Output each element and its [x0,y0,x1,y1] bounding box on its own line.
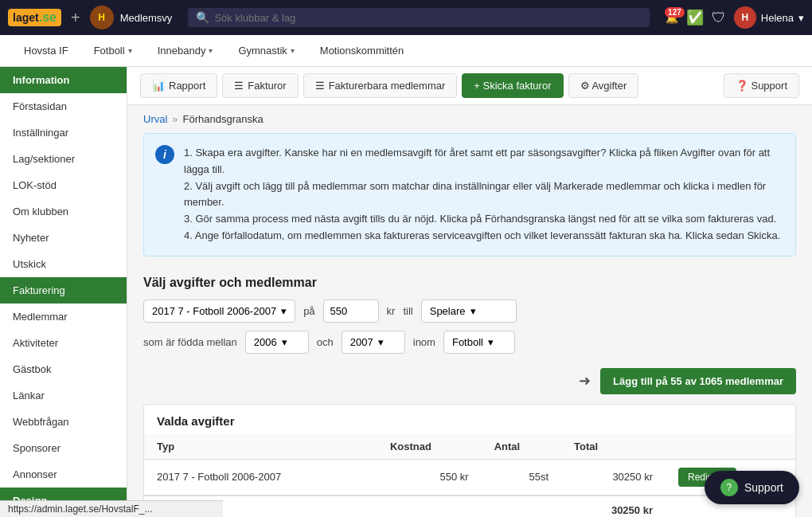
main-content: 📊 Rapport ☰ Fakturor ☰ Fakturerbara medl… [127,67,812,517]
checkmark-icon[interactable]: ✅ [686,9,704,26]
status-url: https://admin.laget.se/HovstalF_... [8,503,152,515]
tab-bar: 📊 Rapport ☰ Fakturor ☰ Fakturerbara medl… [127,67,812,105]
category-chevron-icon: ▾ [488,336,494,348]
breadcrumb: Urval » Förhandsgranska [127,105,812,133]
year1-chevron-icon: ▾ [282,336,287,348]
gymnastik-label: Gymnastik [238,45,287,57]
arrow-icon: ➜ [579,372,591,390]
info-step-2: 2. Välj avgift och lägg till på medlemma… [184,178,784,212]
fakturor-icon: ☰ [234,80,244,92]
fakturerbara-icon: ☰ [315,80,325,92]
support-bubble[interactable]: ? Support [705,471,799,504]
shield-icon[interactable]: 🛡 [712,10,726,26]
search-bar[interactable]: 🔍 [188,8,649,27]
sidebar-item-lag-sektioner[interactable]: Lag/sektioner [0,146,127,172]
nav-gymnastik[interactable]: Gymnastik ▾ [227,38,305,63]
search-icon: 🔍 [196,11,209,24]
members-dropdown[interactable]: Spelare ▾ [421,300,517,323]
tab-skicka-fakturor[interactable]: + Skicka fakturor [462,73,563,98]
user-menu[interactable]: H Helena ▾ [734,6,804,29]
tab-support[interactable]: ❓ Support [724,73,799,98]
breadcrumb-current: Förhandsgranska [183,113,264,125]
medlemmar-label: Medlemmar [13,311,68,323]
nav-motionskommitten[interactable]: Motionskommittén [309,38,415,63]
add-button-row: ➜ Lägg till på 55 av 1065 medlemmar [127,362,812,404]
username: Helena [761,12,794,24]
support-bubble-label: Support [744,481,783,494]
sidebar-item-om-klubben[interactable]: Om klubben [0,198,127,225]
filter-section-title: Välj avgifter och medlemmar [127,269,812,300]
sidebar-item-information[interactable]: Information [0,67,127,93]
lok-stod-label: LOK-stöd [13,179,57,191]
dropdown-chevron: ▾ [798,12,804,24]
filter-row-2: som är födda mellan 2006 ▾ och 2007 ▾ in… [127,331,812,362]
sidebar-item-lankar[interactable]: Länkar [0,382,127,409]
amount-input[interactable] [323,300,379,323]
sidebar-item-webbfragan[interactable]: Webbfrågan [0,409,127,435]
year1-value: 2006 [254,336,277,348]
sidebar-item-nyheter[interactable]: Nyheter [0,225,127,251]
info-step-4: 4. Ange förfallodatum, om medlemmen ska … [184,228,784,245]
total-empty-1 [377,495,482,517]
col-total: Total [561,434,666,460]
till-label: till [403,305,412,317]
members-chevron-icon: ▾ [470,305,476,317]
avgift-dropdown[interactable]: 2017 7 - Fotboll 2006-2007 ▾ [143,300,295,323]
notification-button[interactable]: 🔔 127 [666,12,678,24]
info-step-3: 3. Gör samma process med nästa avgift ti… [184,211,784,228]
tab-avgifter[interactable]: ⚙ Avgifter [568,73,639,98]
sidebar-item-forstasidan[interactable]: Förstasidan [0,93,127,119]
year1-dropdown[interactable]: 2006 ▾ [245,331,309,354]
logo-area[interactable]: laget.se [8,9,61,26]
info-text: 1. Skapa era avgifter. Kanske har ni en … [184,145,784,245]
annonser-label: Annonser [13,468,57,480]
club-name: Medlemsvy [120,12,173,24]
information-label: Information [13,74,70,86]
sidebar-item-aktiviteter[interactable]: Aktiviteter [0,330,127,356]
tab-fakturerbara-medlemmar[interactable]: ☰ Fakturerbara medlemmar [303,73,458,98]
pa-label: på [303,305,314,317]
tab-fakturor[interactable]: ☰ Fakturor [222,73,298,98]
year2-dropdown[interactable]: 2007 ▾ [342,331,405,354]
sidebar-item-utskick[interactable]: Utskick [0,251,127,277]
breadcrumb-urval[interactable]: Urval [143,113,167,125]
tab-rapport[interactable]: 📊 Rapport [140,73,217,98]
sidebar-item-lok-stod[interactable]: LOK-stöd [0,172,127,198]
fotboll-chevron: ▾ [128,46,132,55]
sidebar-item-medlemmar[interactable]: Medlemmar [0,304,127,330]
support-tab-label: ❓ Support [736,80,787,92]
skicka-label: + Skicka fakturor [474,80,551,92]
fakturor-label: Fakturor [248,80,286,92]
add-members-button[interactable]: Lägg till på 55 av 1065 medlemmar [600,368,796,394]
filter-row-1: 2017 7 - Fotboll 2006-2007 ▾ på kr till … [127,300,812,331]
nav-hovsta-if[interactable]: Hovsta IF [13,38,80,63]
nav-innebandy[interactable]: Innebandy ▾ [146,38,224,63]
sidebar-item-gastbok[interactable]: Gästbok [0,356,127,382]
add-button[interactable]: + [68,9,84,27]
support-bubble-icon: ? [720,479,738,496]
sidebar-item-fakturering[interactable]: Fakturering [0,277,127,304]
sidebar-item-annonser[interactable]: Annonser [0,461,127,488]
avgift-dropdown-value: 2017 7 - Fotboll 2006-2007 [152,305,276,317]
status-bar: https://admin.laget.se/HovstalF_... [0,500,223,517]
nav-fotboll[interactable]: Fotboll ▾ [83,38,143,63]
total-value: 30250 kr [561,495,666,517]
year2-value: 2007 [350,336,373,348]
club-icon: H [90,6,114,29]
col-actions [666,434,795,460]
category-dropdown[interactable]: Fotboll ▾ [443,331,515,354]
search-input[interactable] [214,12,641,24]
sidebar-item-installningar[interactable]: Inställningar [0,119,127,146]
support-question-icon: ? [727,482,732,493]
col-antal: Antal [482,434,561,460]
sidebar-item-sponsorer[interactable]: Sponsorer [0,435,127,461]
aktiviteter-label: Aktiviteter [13,337,58,349]
inom-label: inom [413,336,435,348]
som-label: som är födda mellan [143,336,237,348]
och-label: och [317,336,334,348]
sidebar: Information Förstasidan Inställningar La… [0,67,127,517]
motionskommitten-label: Motionskommittén [320,45,404,57]
hovsta-if-label: Hovsta IF [24,45,68,57]
rapport-label: Rapport [169,80,205,92]
kr-label: kr [387,305,396,317]
